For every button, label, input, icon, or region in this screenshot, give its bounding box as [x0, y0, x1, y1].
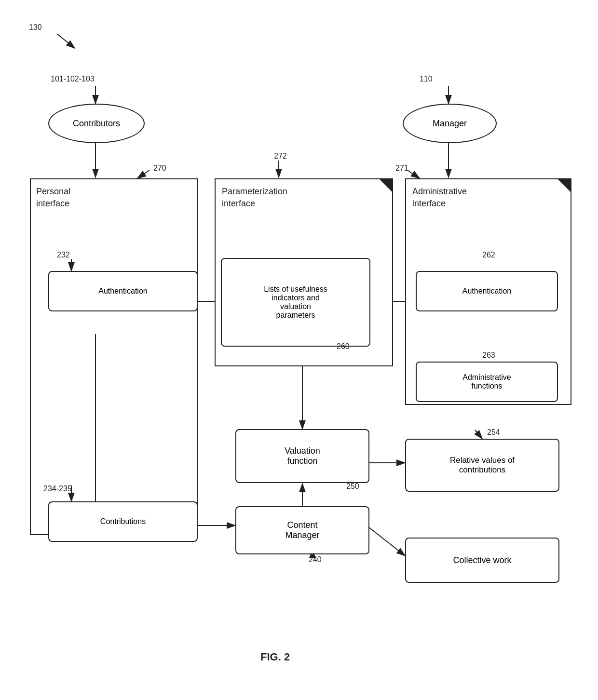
ref-271-label: 271: [395, 164, 408, 173]
svg-line-6: [408, 170, 420, 178]
valuation-function-node: Valuation function: [235, 429, 369, 483]
ref-240-label: 240: [309, 555, 322, 564]
personal-interface-label: Personal interface: [36, 186, 70, 210]
personal-interface-box: [30, 178, 198, 535]
svg-line-19: [367, 525, 405, 556]
collective-work-node: Collective work: [405, 538, 559, 583]
param-interface-label: Parameterization interface: [222, 186, 287, 210]
figure-label: FIG. 2: [260, 651, 290, 663]
ref-232-label: 232: [57, 251, 70, 259]
ref-263-label: 263: [482, 351, 495, 360]
admin-interface-label: Administrative interface: [412, 186, 467, 210]
relative-values-node: Relative values of contributions: [405, 439, 559, 492]
content-manager-node: Content Manager: [235, 506, 369, 554]
svg-line-20: [475, 430, 482, 439]
diagram: 130 101-102-103 Contributors 110 Manager…: [0, 0, 598, 700]
auth-left-node: Authentication: [48, 271, 198, 311]
ref-101-label: 101-102-103: [51, 75, 95, 83]
lists-node: Lists of usefulness indicators and valua…: [221, 258, 370, 347]
ref-254-label: 254: [487, 428, 500, 437]
ref-270-label: 270: [153, 164, 166, 173]
ref-260-label: 260: [337, 342, 350, 351]
ref-110-label: 110: [420, 75, 433, 83]
ref-234-label: 234-235: [43, 485, 72, 493]
contributors-node: Contributors: [48, 104, 145, 143]
svg-line-0: [57, 34, 75, 48]
manager-node: Manager: [403, 104, 497, 143]
admin-functions-node: Administrative functions: [416, 362, 558, 402]
ref-130-label: 130: [29, 23, 42, 32]
ref-250-label: 250: [346, 482, 359, 491]
ref-262-label: 262: [482, 251, 495, 259]
ref-272-label: 272: [274, 152, 287, 161]
svg-line-4: [137, 170, 150, 178]
auth-right-node: Authentication: [416, 271, 558, 311]
contributions-node: Contributions: [48, 501, 198, 542]
